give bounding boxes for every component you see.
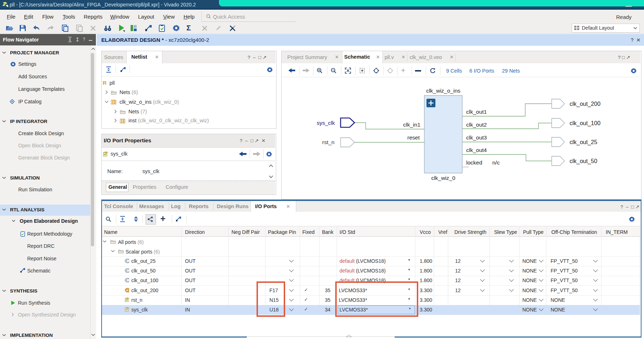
svg-text:locked: locked	[466, 159, 482, 166]
svg-text:clk_out2: clk_out2	[466, 122, 487, 128]
svg-text:clk_out_50: clk_out_50	[570, 158, 597, 164]
svg-text:rst_n: rst_n	[322, 139, 335, 145]
svg-text:n/c: n/c	[492, 159, 500, 166]
svg-text:clk_wiz_0: clk_wiz_0	[431, 175, 455, 181]
svg-text:clk_out_25: clk_out_25	[570, 139, 597, 146]
svg-text:clk_out1: clk_out1	[466, 109, 487, 115]
svg-text:clk_wiz_o_ins: clk_wiz_o_ins	[426, 88, 460, 94]
svg-text:clk_out4: clk_out4	[466, 147, 487, 153]
svg-text:clk_in1: clk_in1	[403, 122, 420, 128]
svg-text:clk_out_200: clk_out_200	[570, 101, 600, 107]
svg-text:reset: reset	[408, 134, 420, 141]
svg-text:clk_out3: clk_out3	[466, 134, 487, 141]
svg-text:clk_out_100: clk_out_100	[570, 120, 600, 127]
svg-text:sys_clk: sys_clk	[317, 120, 335, 126]
